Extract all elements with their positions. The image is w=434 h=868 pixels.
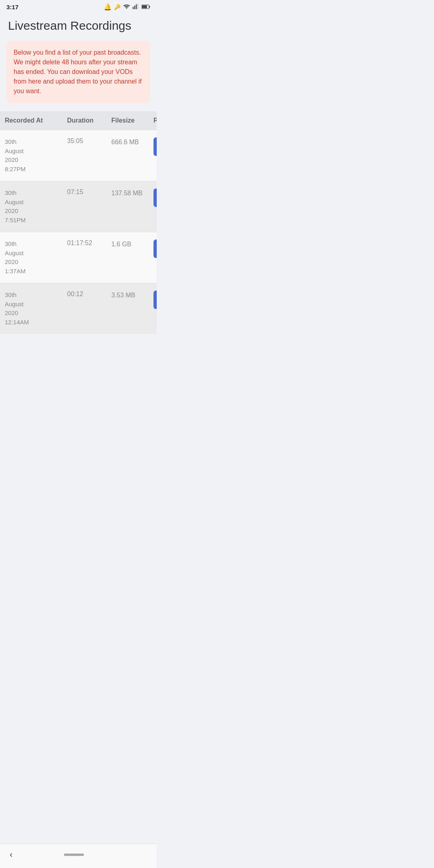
cell-duration: 01:17:52 (67, 240, 111, 247)
signal-icon (133, 4, 139, 11)
cell-duration: 00:12 (67, 291, 111, 298)
status-icons: 🔔 🔑 (104, 3, 150, 11)
status-bar: 3:17 🔔 🔑 (0, 0, 157, 12)
info-box: Below you find a list of your past broad… (6, 41, 150, 103)
status-time: 3:17 (6, 4, 18, 10)
col-duration: Duration (67, 117, 111, 124)
cell-recorded-at: 30thAugust20208:27PM (5, 137, 67, 174)
table-header: Recorded At Duration Filesize Preview (0, 111, 157, 130)
cell-filesize: 1.6 GB (111, 240, 154, 249)
notification-icon: 🔔 (104, 3, 112, 11)
cell-recorded-at: 30thAugust20207:51PM (5, 188, 67, 225)
cell-preview (154, 188, 157, 207)
table-row: 30thAugust20201:37AM 01:17:52 1.6 GB Dow… (0, 232, 157, 283)
table-row: 30thAugust20208:27PM 35:05 666.6 MB Down… (0, 130, 157, 181)
svg-rect-6 (142, 5, 147, 8)
svg-rect-1 (134, 5, 135, 9)
cell-preview (154, 240, 157, 258)
info-text: Below you find a list of your past broad… (14, 48, 143, 96)
table-body: 30thAugust20208:27PM 35:05 666.6 MB Down… (0, 130, 157, 334)
preview-button[interactable] (154, 291, 157, 309)
col-recorded-at: Recorded At (5, 117, 67, 124)
cell-duration: 35:05 (67, 137, 111, 145)
cell-preview (154, 291, 157, 309)
cell-filesize: 3.53 MB (111, 291, 154, 300)
preview-button[interactable] (154, 188, 157, 207)
cell-preview (154, 137, 157, 156)
preview-button[interactable] (154, 137, 157, 156)
cell-filesize: 137.58 MB (111, 188, 154, 198)
battery-icon (141, 4, 150, 11)
cell-duration: 07:15 (67, 188, 111, 196)
cell-filesize: 666.6 MB (111, 137, 154, 147)
table-row: 30thAugust202012:14AM 00:12 3.53 MB Down… (0, 283, 157, 334)
preview-button[interactable] (154, 240, 157, 258)
svg-rect-2 (136, 4, 137, 9)
recordings-table: Recorded At Duration Filesize Preview 30… (0, 111, 157, 334)
key-icon: 🔑 (114, 4, 121, 10)
page-title: Livestream Recordings (0, 12, 157, 41)
svg-rect-3 (137, 4, 138, 9)
col-preview: Preview (154, 117, 157, 124)
col-filesize: Filesize (111, 117, 154, 124)
table-row: 30thAugust20207:51PM 07:15 137.58 MB Dow… (0, 181, 157, 232)
cell-recorded-at: 30thAugust20201:37AM (5, 240, 67, 276)
svg-rect-5 (149, 6, 150, 8)
svg-rect-0 (133, 6, 133, 9)
cell-recorded-at: 30thAugust202012:14AM (5, 291, 67, 327)
wifi-icon (123, 4, 130, 11)
